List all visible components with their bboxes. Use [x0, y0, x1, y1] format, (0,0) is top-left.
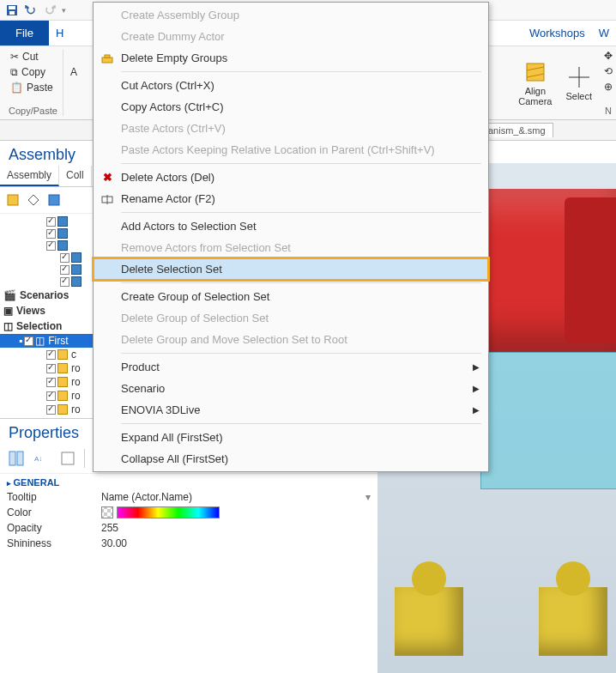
- tooltip-label: Tooltip: [0, 489, 94, 505]
- props-tool-3[interactable]: [58, 449, 77, 468]
- cube-icon: [57, 377, 68, 387]
- general-section[interactable]: GENERAL: [0, 474, 377, 489]
- menu-item-label: Paste Actors (Ctrl+V): [121, 122, 226, 135]
- menu-item: Delete Group and Move Selection Set to R…: [94, 329, 488, 350]
- menu-item[interactable]: Rename Actor (F2): [94, 188, 488, 209]
- copy-button[interactable]: ⧉ Copy: [9, 65, 57, 79]
- views-label: Views: [16, 305, 45, 317]
- undo-icon[interactable]: [24, 3, 38, 17]
- checkbox-icon[interactable]: [46, 364, 56, 373]
- tree-item-label: ro: [69, 362, 81, 374]
- svg-rect-2: [9, 11, 15, 15]
- checkbox-icon[interactable]: [60, 265, 69, 275]
- color-value[interactable]: [94, 505, 377, 520]
- paste-button[interactable]: 📋 Paste: [9, 81, 57, 94]
- move-icon[interactable]: ✥: [604, 50, 613, 62]
- shininess-value[interactable]: 30.00: [94, 536, 377, 551]
- context-menu: Create Assembly GroupCreate Dummy ActorD…: [93, 2, 489, 472]
- checkbox-icon[interactable]: [46, 241, 56, 251]
- checkbox-icon[interactable]: [46, 405, 56, 415]
- save-icon[interactable]: [5, 3, 19, 17]
- props-tool-2[interactable]: A↓: [33, 449, 51, 468]
- set-icon: ◫: [35, 335, 45, 347]
- assembly-subtab[interactable]: Assembly: [0, 166, 59, 186]
- tooltip-value[interactable]: Name (Actor.Name)▾: [94, 489, 377, 505]
- workshops-tab[interactable]: Workshops: [522, 21, 592, 45]
- menu-item[interactable]: ✖Delete Actors (Del): [94, 167, 488, 188]
- select-label: Select: [565, 91, 592, 101]
- select-button[interactable]: Select: [559, 50, 599, 116]
- svg-rect-3: [527, 64, 544, 81]
- menu-item-label: Delete Empty Groups: [121, 52, 227, 64]
- menu-item[interactable]: Create Group of Selection Set: [94, 286, 488, 307]
- menu-item[interactable]: ENOVIA 3DLive▶: [94, 399, 488, 421]
- copy-label: Copy: [21, 66, 45, 78]
- tree-tool-3[interactable]: [45, 191, 63, 209]
- checkbox-icon[interactable]: [46, 391, 56, 401]
- cut-button[interactable]: ✂ Cut: [9, 50, 57, 64]
- menu-item: Paste Actors Keeping Relative Location i…: [94, 139, 488, 161]
- menu-item[interactable]: Copy Actors (Ctrl+C): [94, 96, 488, 118]
- document-tab[interactable]: anism_&.smg: [480, 123, 553, 137]
- menu-item[interactable]: Delete Selection Set: [94, 258, 488, 280]
- menu-item-label: Paste Actors Keeping Relative Location i…: [121, 143, 435, 156]
- menu-item[interactable]: Cut Actors (Ctrl+X): [94, 75, 488, 96]
- dropdown-icon[interactable]: ▾: [365, 491, 371, 503]
- zoom-icon[interactable]: ⊕: [604, 81, 613, 93]
- menu-item[interactable]: Collapse All (FirstSet): [94, 448, 488, 470]
- model-red-side: [565, 197, 616, 343]
- color-strip[interactable]: [117, 506, 220, 518]
- tree-tool-2[interactable]: [24, 191, 43, 209]
- menu-item[interactable]: Expand All (FirstSet): [94, 427, 488, 448]
- menu-item: Remove Actors from Selection Set: [94, 237, 488, 258]
- cut-label: Cut: [22, 51, 39, 63]
- menu-item-label: Collapse All (FirstSet): [121, 452, 228, 465]
- n-partial-label: N: [604, 106, 613, 116]
- checkbox-icon[interactable]: [24, 336, 33, 346]
- checkbox-icon[interactable]: [60, 253, 69, 263]
- svg-text:A↓: A↓: [34, 455, 42, 463]
- paste-label: Paste: [27, 82, 53, 94]
- checkbox-icon[interactable]: [46, 378, 56, 387]
- model-yellow-cyl-left: [412, 561, 446, 596]
- expand-icon[interactable]: ▪: [19, 335, 22, 347]
- submenu-arrow-icon: ▶: [473, 384, 480, 393]
- file-tab[interactable]: File: [0, 21, 49, 45]
- align-camera-button[interactable]: Align Camera: [511, 50, 559, 116]
- opacity-label: Opacity: [0, 520, 94, 536]
- menu-item[interactable]: Scenario▶: [94, 378, 488, 399]
- clipboard-group: ✂ Cut ⧉ Copy 📋 Paste Copy/Paste: [3, 50, 63, 116]
- svg-rect-14: [105, 55, 110, 58]
- selection-label: Selection: [16, 320, 62, 332]
- opacity-value[interactable]: 255: [94, 520, 377, 536]
- qat-dropdown-icon[interactable]: ▾: [62, 6, 66, 15]
- checkbox-icon[interactable]: [46, 217, 56, 227]
- tree-item-label: ro: [69, 390, 81, 402]
- selection-icon: ◫: [3, 320, 13, 332]
- tree-tool-1[interactable]: [3, 191, 22, 209]
- menu-item[interactable]: Delete Empty Groups: [94, 47, 488, 69]
- collaboration-subtab[interactable]: Coll: [59, 166, 92, 186]
- menu-separator: [121, 353, 481, 354]
- checkbox-icon[interactable]: [60, 277, 69, 287]
- menu-item: Delete Group of Selection Set: [94, 307, 488, 329]
- menu-item[interactable]: Add Actors to Selection Set: [94, 215, 488, 237]
- cube-icon: [57, 240, 68, 251]
- redo-icon[interactable]: [43, 3, 57, 17]
- cube-icon: [57, 404, 68, 415]
- paste-icon: 📋: [10, 82, 23, 94]
- menu-item-label: Delete Selection Set: [121, 263, 222, 276]
- checkbox-icon[interactable]: [46, 350, 56, 360]
- checkbox-icon[interactable]: [46, 229, 56, 239]
- rename-icon: [100, 192, 114, 206]
- tree-item-label: ro: [69, 403, 81, 415]
- align-camera-label: Align Camera: [518, 86, 552, 106]
- w-tab-partial[interactable]: W: [592, 21, 616, 45]
- scissors-icon: ✂: [10, 51, 19, 63]
- props-tool-1[interactable]: [7, 449, 26, 468]
- home-tab-partial[interactable]: H: [49, 21, 70, 45]
- menu-item-label: Expand All (FirstSet): [121, 431, 223, 444]
- rotate-icon[interactable]: ⟲: [604, 65, 613, 77]
- menu-item[interactable]: Product▶: [94, 356, 488, 378]
- menu-item-label: Create Assembly Group: [121, 9, 239, 21]
